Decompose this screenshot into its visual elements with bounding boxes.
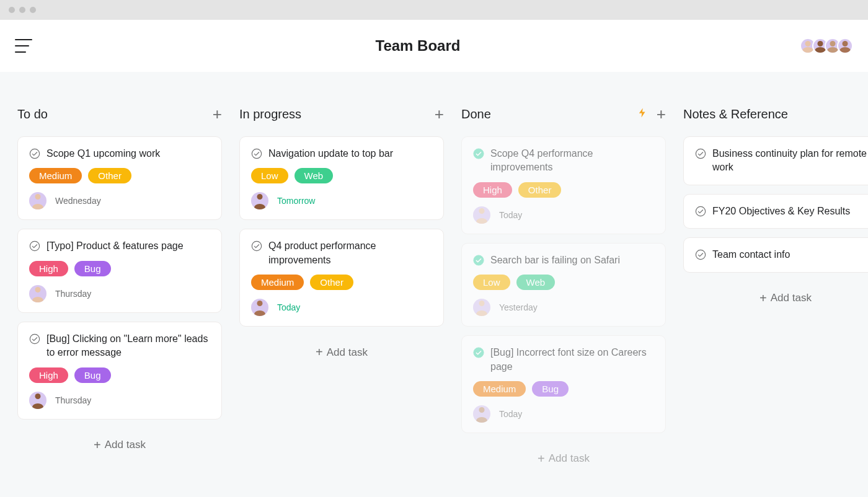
tag-row: HighBug (29, 367, 210, 383)
task-card[interactable]: Team contact info (683, 237, 868, 272)
tag[interactable]: Medium (473, 381, 526, 397)
add-task-label: Add task (105, 439, 146, 451)
window-dot (30, 7, 36, 13)
svg-point-1 (30, 242, 39, 251)
tag[interactable]: Web (516, 275, 556, 290)
tag-row: MediumBug (473, 381, 654, 397)
complete-check-icon[interactable] (29, 333, 40, 345)
assignee-avatar[interactable] (473, 405, 490, 423)
complete-check-icon[interactable] (251, 148, 262, 159)
task-card[interactable]: Business continuity plan for remote work (683, 136, 868, 185)
task-card[interactable]: [Typo] Product & features pageHighBugThu… (17, 229, 222, 312)
board-column: Notes & Reference+Business continuity pl… (683, 107, 868, 315)
tag[interactable]: Low (251, 168, 288, 183)
tag-row: MediumOther (29, 168, 210, 183)
task-meta: Thursday (29, 392, 210, 409)
tag[interactable]: Other (310, 275, 353, 290)
task-card[interactable]: Navigation update to top barLowWebTomorr… (239, 136, 444, 220)
column-header: To do+ (17, 107, 222, 121)
assignee-avatar[interactable] (29, 392, 46, 409)
assignee-avatar[interactable] (251, 299, 268, 316)
board-column: Done+Scope Q4 performance improvementsHi… (461, 107, 666, 476)
assignee-avatar[interactable] (29, 285, 46, 302)
due-date: Yesterday (499, 302, 538, 312)
svg-point-7 (474, 348, 484, 358)
add-task-button[interactable]: +Add task (461, 442, 666, 476)
tag[interactable]: Medium (29, 168, 82, 183)
board-column: In progress+Navigation update to top bar… (239, 107, 444, 369)
svg-point-3 (252, 149, 261, 158)
complete-check-icon[interactable] (251, 240, 262, 252)
complete-check-icon[interactable] (473, 255, 484, 266)
assignee-avatar[interactable] (29, 192, 46, 209)
add-task-button[interactable]: +Add task (239, 335, 444, 369)
due-date: Wednesday (55, 196, 101, 206)
svg-point-0 (30, 149, 39, 158)
tag[interactable]: Other (88, 168, 131, 183)
due-date: Today (277, 302, 300, 312)
menu-icon[interactable] (15, 39, 32, 53)
add-card-icon[interactable]: + (435, 106, 444, 122)
complete-check-icon[interactable] (695, 206, 706, 217)
assignee-avatar[interactable] (473, 206, 490, 224)
column-title: To do (17, 107, 204, 121)
assignee-avatar[interactable] (251, 192, 268, 209)
task-meta: Tomorrow (251, 192, 432, 209)
task-card[interactable]: Scope Q4 performance improvementsHighOth… (461, 136, 666, 234)
task-card[interactable]: Scope Q1 upcoming workMediumOtherWednesd… (17, 136, 222, 220)
tag[interactable]: Low (473, 275, 510, 290)
complete-check-icon[interactable] (473, 347, 484, 358)
add-card-icon[interactable]: + (213, 106, 222, 122)
task-title: [Typo] Product & features page (46, 239, 184, 253)
complete-check-icon[interactable] (29, 240, 40, 252)
task-title: [Bug] Clicking on "Learn more" leads to … (46, 332, 210, 360)
task-card[interactable]: FY20 Objectives & Key Results (683, 194, 868, 229)
task-card[interactable]: [Bug] Incorrect font size on Careers pag… (461, 335, 666, 433)
tag[interactable]: High (473, 182, 512, 198)
complete-check-icon[interactable] (29, 148, 40, 159)
task-meta: Wednesday (29, 192, 210, 209)
column-title: In progress (239, 107, 426, 121)
svg-point-4 (252, 242, 261, 251)
tag[interactable]: Medium (251, 275, 304, 290)
add-task-button[interactable]: +Add task (683, 281, 868, 315)
team-avatars[interactable] (804, 38, 853, 54)
assignee-avatar[interactable] (473, 299, 490, 316)
add-task-button[interactable]: +Add task (17, 428, 222, 462)
tag[interactable]: High (29, 261, 68, 276)
window-dot (19, 7, 25, 13)
avatar[interactable] (837, 38, 853, 54)
tag-row: HighOther (473, 182, 654, 198)
tag[interactable]: High (29, 367, 68, 383)
tag[interactable]: Bug (532, 381, 569, 397)
tag[interactable]: Bug (74, 261, 111, 276)
board-column: To do+Scope Q1 upcoming workMediumOtherW… (17, 107, 222, 462)
task-title: Navigation update to top bar (268, 147, 393, 161)
complete-check-icon[interactable] (695, 148, 706, 159)
tag-row: MediumOther (251, 275, 432, 290)
task-meta: Thursday (29, 285, 210, 302)
add-task-label: Add task (549, 452, 590, 465)
tag[interactable]: Other (518, 182, 562, 198)
svg-point-6 (474, 255, 484, 265)
task-card[interactable]: Search bar is failing on SafariLowWebYes… (461, 243, 666, 327)
svg-point-2 (30, 334, 39, 343)
plus-icon: + (760, 291, 767, 306)
topbar: Team Board (0, 20, 868, 72)
tag[interactable]: Bug (74, 367, 111, 383)
task-card[interactable]: Q4 product performance improvementsMediu… (239, 229, 444, 327)
complete-check-icon[interactable] (695, 249, 706, 260)
tag[interactable]: Web (294, 168, 334, 183)
add-card-icon[interactable]: + (657, 106, 666, 122)
column-header: Notes & Reference+ (683, 107, 868, 121)
due-date: Thursday (55, 289, 91, 299)
plus-icon: + (538, 452, 545, 466)
add-task-label: Add task (771, 292, 812, 304)
automation-bolt-icon[interactable] (637, 107, 648, 121)
due-date: Today (499, 409, 522, 419)
complete-check-icon[interactable] (473, 148, 484, 159)
task-title: FY20 Objectives & Key Results (712, 205, 850, 218)
due-date: Thursday (55, 395, 91, 405)
task-card[interactable]: [Bug] Clicking on "Learn more" leads to … (17, 322, 222, 420)
window-dot (9, 7, 15, 13)
